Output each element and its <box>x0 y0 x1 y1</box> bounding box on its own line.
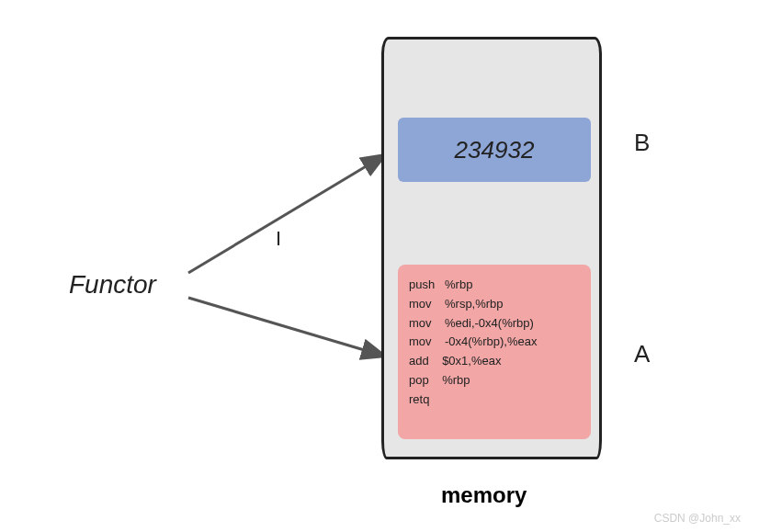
label-a: A <box>634 340 650 368</box>
memory-label: memory <box>441 482 527 508</box>
asm-line: mov %edi,-0x4(%rbp) <box>409 314 580 334</box>
memory-container: 234932 push %rbp mov %rsp,%rbp mov %edi,… <box>381 37 602 459</box>
arrow-to-b <box>188 154 386 273</box>
watermark: CSDN @John_xx <box>654 512 741 525</box>
cursor-marker: I <box>276 227 281 251</box>
functor-label: Functor <box>69 270 156 300</box>
asm-line: mov %rsp,%rbp <box>409 295 580 314</box>
arrow-to-a <box>188 298 386 357</box>
blue-box: 234932 <box>398 118 591 182</box>
red-box: push %rbp mov %rsp,%rbp mov %edi,-0x4(%r… <box>398 265 591 439</box>
label-b: B <box>634 129 650 157</box>
asm-line: mov -0x4(%rbp),%eax <box>409 333 580 352</box>
asm-line: pop %rbp <box>409 371 580 391</box>
asm-line: push %rbp <box>409 276 580 295</box>
asm-line: retq <box>409 391 580 410</box>
arrows <box>0 0 759 532</box>
asm-line: add $0x1,%eax <box>409 352 580 371</box>
blue-box-value: 234932 <box>455 136 535 164</box>
